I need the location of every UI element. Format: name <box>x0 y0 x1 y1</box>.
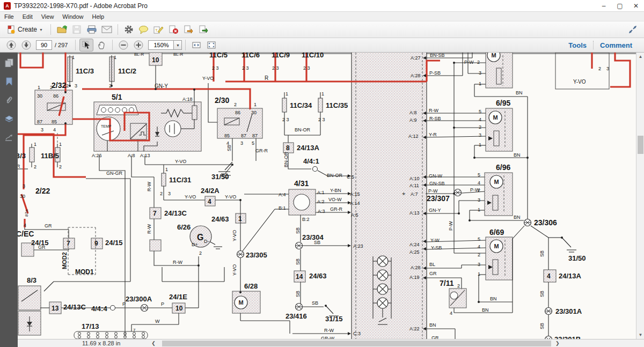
svg-text:A:23: A:23 <box>353 243 363 249</box>
svg-text:4: 4 <box>547 272 551 280</box>
comment-bubble-button[interactable] <box>137 23 151 36</box>
svg-text:A:11: A:11 <box>409 183 419 188</box>
svg-text:3: 3 <box>479 70 481 76</box>
svg-text:R-SB: R-SB <box>429 116 441 121</box>
svg-text:31/50: 31/50 <box>211 173 229 181</box>
svg-text:A:8: A:8 <box>128 153 135 158</box>
scroll-up-arrow[interactable]: ▲ <box>636 53 644 61</box>
svg-text:A:13: A:13 <box>409 210 420 216</box>
scroll-down-arrow[interactable]: ▼ <box>636 331 644 339</box>
svg-text:D+: D+ <box>192 242 198 247</box>
create-button[interactable]: Create ▼ <box>3 23 47 36</box>
svg-text:W: W <box>155 319 160 324</box>
svg-text:GR: GR <box>45 223 52 228</box>
svg-text:1: 1 <box>286 91 288 97</box>
svg-text:2: 2 <box>160 191 163 196</box>
page-thumbnails-icon[interactable] <box>4 58 14 68</box>
svg-text:A:18: A:18 <box>182 97 193 102</box>
open-file-button[interactable] <box>55 23 69 36</box>
zoom-out-button[interactable] <box>116 39 130 51</box>
main-toolbar: Create ▼ T <box>0 21 644 38</box>
svg-text:2: 2 <box>598 66 601 71</box>
maximize-button[interactable]: ▢ <box>612 0 628 12</box>
minimize-button[interactable]: – <box>596 0 612 12</box>
zoom-in-button[interactable] <box>131 39 145 51</box>
customize-toolbar-button[interactable] <box>626 23 640 36</box>
vertical-scrollbar[interactable]: ▲ ▼ <box>636 53 644 339</box>
svg-text:MOD1: MOD1 <box>75 268 94 276</box>
previous-page-button[interactable] <box>4 39 18 51</box>
tools-panel-link[interactable]: Tools <box>562 41 593 49</box>
scroll-left-arrow[interactable]: ❮ <box>151 341 156 346</box>
zoom-level-value[interactable]: 150% <box>148 40 174 50</box>
extract-pages-button[interactable] <box>182 23 196 36</box>
bookmarks-icon[interactable] <box>4 77 14 86</box>
svg-text:1: 1 <box>478 207 480 212</box>
svg-text:7: 7 <box>153 210 157 217</box>
svg-text:85: 85 <box>224 133 230 138</box>
vertical-scroll-thumb[interactable] <box>638 136 643 154</box>
scroll-right-arrow[interactable]: ❯ <box>555 341 560 346</box>
menu-window[interactable]: Window <box>58 12 87 21</box>
menu-file[interactable]: File <box>0 12 18 21</box>
svg-text:2 3: 2 3 <box>303 65 310 71</box>
svg-text:BN-SB: BN-SB <box>430 53 445 58</box>
next-page-button[interactable] <box>19 39 33 51</box>
fuse-symbol <box>162 173 166 186</box>
svg-text:10: 10 <box>152 56 159 64</box>
svg-text:R-W: R-W <box>147 224 152 234</box>
svg-text:1: 1 <box>478 271 480 277</box>
svg-text:6/95: 6/95 <box>496 99 510 107</box>
print-button[interactable] <box>85 23 99 36</box>
svg-text:1: 1 <box>38 85 40 90</box>
save-file-button[interactable] <box>70 23 84 36</box>
layers-icon[interactable] <box>4 114 14 124</box>
signatures-icon[interactable] <box>4 133 14 143</box>
menu-help[interactable]: Help <box>87 12 108 21</box>
zoom-dropdown-arrow[interactable]: ▼ <box>174 40 182 50</box>
fuse-symbol <box>318 98 323 112</box>
svg-text:86: 86 <box>235 110 240 115</box>
attachments-icon[interactable] <box>4 95 14 105</box>
svg-text:A:27: A:27 <box>411 55 421 61</box>
svg-text:GR: GR <box>38 245 46 250</box>
comment-panel-link[interactable]: Comment <box>594 41 639 49</box>
svg-text:SB: SB <box>295 227 301 234</box>
svg-text:4: 4 <box>478 244 480 249</box>
svg-text:2 3: 2 3 <box>212 65 219 71</box>
close-button[interactable]: ✕ <box>628 0 644 12</box>
horizontal-scroll-thumb[interactable] <box>162 341 551 346</box>
status-bar: 11.69 x 8.28 in ❮ ❯ <box>18 339 644 347</box>
svg-text:1: 1 <box>34 142 36 147</box>
email-button[interactable] <box>100 23 114 36</box>
svg-text:31/50: 31/50 <box>568 254 586 262</box>
svg-text:GN-W: GN-W <box>429 173 442 179</box>
svg-text:6/26: 6/26 <box>177 223 191 231</box>
svg-text:A:22: A:22 <box>409 326 420 331</box>
page-number-input[interactable] <box>36 40 52 50</box>
svg-text:BL-R: BL-R <box>173 53 183 57</box>
sign-stamp-button[interactable]: T <box>152 23 166 36</box>
svg-text:M: M <box>494 243 499 249</box>
export-file-button[interactable] <box>197 23 211 36</box>
svg-text:D-: D- <box>204 239 209 244</box>
svg-text:17/13: 17/13 <box>82 322 99 330</box>
hand-tool-button[interactable] <box>94 39 108 51</box>
svg-text:5: 5 <box>252 141 254 146</box>
svg-text:2 3: 2 3 <box>282 117 289 122</box>
fit-page-button[interactable] <box>204 39 218 51</box>
svg-text:P-SB: P-SB <box>429 70 441 76</box>
select-tool-button[interactable] <box>79 39 93 51</box>
svg-text:4/4:4: 4/4:4 <box>91 305 107 313</box>
svg-text:10: 10 <box>175 305 183 312</box>
svg-text:2: 2 <box>479 124 481 130</box>
gear-icon-button[interactable] <box>122 23 136 36</box>
menu-edit[interactable]: Edit <box>18 12 37 21</box>
menu-view[interactable]: View <box>37 12 58 21</box>
svg-text:1: 1 <box>114 55 116 60</box>
delete-pages-button[interactable] <box>167 23 181 36</box>
scrolling-mode-button[interactable] <box>189 39 203 51</box>
svg-text:A:26: A:26 <box>92 153 102 158</box>
svg-text:11C/34: 11C/34 <box>290 101 312 109</box>
svg-text:6/69: 6/69 <box>489 228 504 237</box>
